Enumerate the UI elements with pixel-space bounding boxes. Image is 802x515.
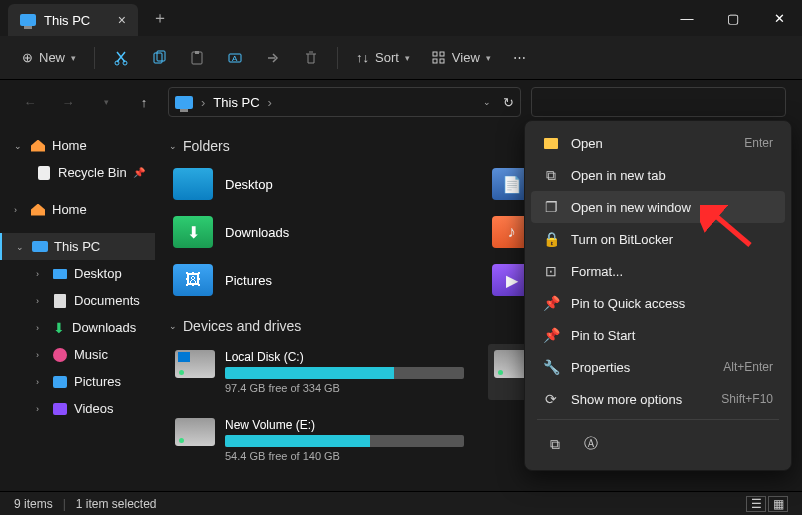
pictures-icon: 🖼 — [173, 264, 213, 296]
tab-title: This PC — [44, 13, 90, 28]
new-label: New — [39, 50, 65, 65]
pin-icon: 📌 — [543, 327, 559, 343]
ctx-label: Pin to Quick access — [571, 296, 685, 311]
ctx-label: Properties — [571, 360, 630, 375]
svg-rect-5 — [195, 51, 199, 54]
folder-pictures[interactable]: 🖼Pictures — [169, 260, 470, 300]
close-window-button[interactable]: ✕ — [756, 0, 802, 36]
nav-bar: ← → ▾ ↑ › This PC › ⌄ ↻ — [0, 80, 802, 124]
sidebar-item-label: Recycle Bin — [58, 165, 127, 180]
ctx-copy-button[interactable]: ⧉ — [541, 430, 569, 458]
drive-free: 54.4 GB free of 140 GB — [225, 450, 464, 462]
details-view-button[interactable]: ☰ — [746, 496, 766, 512]
drive-icon — [175, 418, 215, 446]
toolbar: ⊕ New ▾ A ↑↓ Sort ▾ View ▾ ⋯ — [0, 36, 802, 80]
sidebar-item-label: Home — [52, 202, 87, 217]
drive-name: Local Disk (C:) — [225, 350, 464, 364]
drive-newvol[interactable]: New Volume (E:) 54.4 GB free of 140 GB — [169, 412, 470, 468]
refresh-button[interactable]: ↻ — [503, 95, 514, 110]
status-bar: 9 items | 1 item selected ☰ ▦ — [0, 491, 802, 515]
close-icon[interactable]: × — [118, 12, 126, 28]
desktop-icon — [173, 168, 213, 200]
delete-button[interactable] — [293, 44, 329, 72]
selected-count: 1 item selected — [76, 497, 157, 511]
large-icons-view-button[interactable]: ▦ — [768, 496, 788, 512]
paste-button[interactable] — [179, 44, 215, 72]
ctx-rename-button[interactable]: Ⓐ — [577, 430, 605, 458]
downloads-icon: ⬇ — [173, 216, 213, 248]
sidebar-item-music[interactable]: ›Music — [0, 341, 155, 368]
ctx-format[interactable]: ⊡Format... — [531, 255, 785, 287]
ctx-properties[interactable]: 🔧PropertiesAlt+Enter — [531, 351, 785, 383]
svg-rect-9 — [440, 52, 444, 56]
sidebar-item-label: Home — [52, 138, 87, 153]
sort-button[interactable]: ↑↓ Sort ▾ — [346, 44, 420, 71]
ctx-label: Open in new window — [571, 200, 691, 215]
ctx-shortcut: Alt+Enter — [723, 360, 773, 374]
sidebar-item-thispc[interactable]: ⌄This PC — [0, 233, 155, 260]
drive-name: New Volume (E:) — [225, 418, 464, 432]
ctx-open[interactable]: OpenEnter — [531, 127, 785, 159]
breadcrumb[interactable]: › This PC › ⌄ ↻ — [168, 87, 521, 117]
copy-button[interactable] — [141, 44, 177, 72]
section-label: Devices and drives — [183, 318, 301, 334]
ctx-label: Pin to Start — [571, 328, 635, 343]
recent-dropdown[interactable]: ▾ — [92, 88, 120, 116]
section-label: Folders — [183, 138, 230, 154]
item-count: 9 items — [14, 497, 53, 511]
folder-downloads[interactable]: ⬇Downloads — [169, 212, 470, 252]
ctx-bitlocker[interactable]: 🔒Turn on BitLocker — [531, 223, 785, 255]
sidebar-item-documents[interactable]: ›Documents — [0, 287, 155, 314]
tab-thispc[interactable]: This PC × — [8, 4, 138, 36]
folder-label: Downloads — [225, 225, 289, 240]
ctx-pin-quick[interactable]: 📌Pin to Quick access — [531, 287, 785, 319]
sidebar-item-label: Downloads — [72, 320, 136, 335]
back-button[interactable]: ← — [16, 88, 44, 116]
folder-desktop[interactable]: Desktop — [169, 164, 470, 204]
cut-button[interactable] — [103, 44, 139, 72]
pin-icon: 📌 — [543, 295, 559, 311]
view-label: View — [452, 50, 480, 65]
new-button[interactable]: ⊕ New ▾ — [12, 44, 86, 71]
ctx-label: Format... — [571, 264, 623, 279]
context-menu: OpenEnter ⧉Open in new tab ❐Open in new … — [524, 120, 792, 471]
sidebar-item-desktop[interactable]: ›Desktop — [0, 260, 155, 287]
forward-button[interactable]: → — [54, 88, 82, 116]
sidebar-item-label: Music — [74, 347, 108, 362]
ctx-shortcut: Enter — [744, 136, 773, 150]
ctx-label: Show more options — [571, 392, 682, 407]
sidebar-item-label: Videos — [74, 401, 114, 416]
more-button[interactable]: ⋯ — [503, 44, 536, 71]
new-tab-button[interactable]: ＋ — [142, 0, 178, 36]
sidebar-item-home-top[interactable]: ⌄Home — [0, 132, 155, 159]
breadcrumb-location: This PC — [213, 95, 259, 110]
sidebar-item-pictures[interactable]: ›Pictures — [0, 368, 155, 395]
folder-label: Pictures — [225, 273, 272, 288]
sidebar-item-label: Pictures — [74, 374, 121, 389]
svg-rect-11 — [440, 59, 444, 63]
more-icon: ⟳ — [543, 391, 559, 407]
sidebar-item-videos[interactable]: ›Videos — [0, 395, 155, 422]
ctx-pin-start[interactable]: 📌Pin to Start — [531, 319, 785, 351]
search-input[interactable] — [531, 87, 786, 117]
sidebar-item-recycle[interactable]: Recycle Bin 📌 — [0, 159, 155, 186]
ctx-show-more[interactable]: ⟳Show more optionsShift+F10 — [531, 383, 785, 415]
drive-local[interactable]: Local Disk (C:) 97.4 GB free of 334 GB — [169, 344, 470, 400]
folder-label: Desktop — [225, 177, 273, 192]
rename-button[interactable]: A — [217, 44, 253, 72]
title-bar: This PC × ＋ ― ▢ ✕ — [0, 0, 802, 36]
minimize-button[interactable]: ― — [664, 0, 710, 36]
ctx-open-new-window[interactable]: ❐Open in new window — [531, 191, 785, 223]
view-button[interactable]: View ▾ — [422, 44, 501, 71]
up-button[interactable]: ↑ — [130, 88, 158, 116]
sidebar-item-downloads[interactable]: ›⬇Downloads — [0, 314, 155, 341]
share-button[interactable] — [255, 44, 291, 72]
tab-icon: ⧉ — [543, 167, 559, 183]
sidebar-item-home[interactable]: ›Home — [0, 196, 155, 223]
format-icon: ⊡ — [543, 263, 559, 279]
maximize-button[interactable]: ▢ — [710, 0, 756, 36]
pin-icon: 📌 — [133, 167, 145, 178]
chevron-down-icon[interactable]: ⌄ — [483, 97, 491, 107]
ctx-open-new-tab[interactable]: ⧉Open in new tab — [531, 159, 785, 191]
wrench-icon: 🔧 — [543, 359, 559, 375]
